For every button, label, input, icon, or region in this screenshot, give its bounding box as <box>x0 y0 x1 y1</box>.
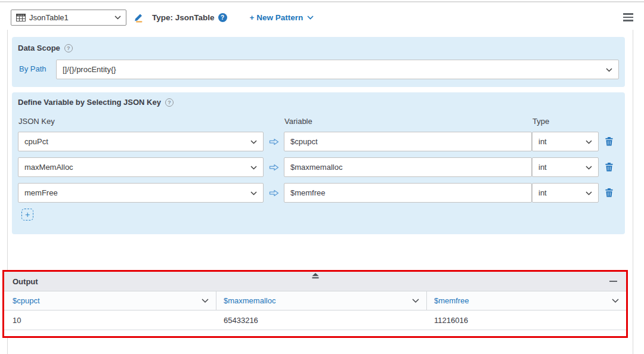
type-select[interactable]: int <box>532 183 599 203</box>
json-key-select[interactable]: memFree <box>18 183 264 203</box>
output-column-maxmemalloc[interactable]: $maxmemalloc <box>216 291 427 310</box>
variable-column-label: Variable <box>284 117 532 126</box>
json-key-value: maxMemAlloc <box>24 163 73 172</box>
json-key-value: memFree <box>24 188 58 197</box>
type-value: int <box>538 188 547 197</box>
type-value: int <box>538 137 547 146</box>
type-value: int <box>538 163 547 172</box>
chevron-down-icon <box>250 188 257 197</box>
output-table-header: $cpupct $maxmemalloc $memfree <box>4 291 626 310</box>
json-key-select[interactable]: maxMemAlloc <box>18 157 264 177</box>
chevron-down-icon <box>412 296 419 305</box>
data-scope-section: Data Scope ? By Path []/{}/procEntity{} <box>12 37 625 87</box>
output-column-label: $cpupct <box>13 296 40 305</box>
variable-column-labels: JSON Key Variable Type <box>18 117 619 126</box>
variable-row: maxMemAlloc int <box>18 157 619 177</box>
variable-row: cpuPct int <box>18 132 619 151</box>
define-variable-section: Define Variable by Selecting JSON Key ? … <box>12 92 625 234</box>
eject-icon <box>311 273 320 279</box>
variable-row: memFree int <box>18 183 619 203</box>
type-column-label: Type <box>532 117 599 126</box>
output-column-memfree[interactable]: $memfree <box>427 291 626 310</box>
by-path-value: []/{}/procEntity{} <box>63 65 116 74</box>
output-title: Output <box>13 277 38 286</box>
new-pattern-button[interactable]: + New Pattern <box>250 13 314 22</box>
by-path-label: By Path <box>19 64 47 73</box>
trash-icon <box>605 163 613 172</box>
json-key-value: cpuPct <box>24 137 48 146</box>
chevron-down-icon <box>307 15 314 20</box>
delete-row-button[interactable] <box>599 163 619 172</box>
type-help-icon[interactable]: ? <box>218 13 227 22</box>
output-column-label: $maxmemalloc <box>224 296 275 305</box>
variable-input[interactable] <box>284 183 532 203</box>
delete-row-button[interactable] <box>599 137 619 146</box>
minimize-panel-button[interactable] <box>609 277 618 285</box>
output-cell-cpupct: 10 <box>4 310 216 330</box>
delete-row-button[interactable] <box>599 188 619 197</box>
json-key-select[interactable]: cpuPct <box>18 132 264 151</box>
type-select[interactable]: int <box>532 132 599 151</box>
chevron-down-icon <box>586 188 592 197</box>
chevron-down-icon <box>606 65 612 74</box>
output-column-cpupct[interactable]: $cpupct <box>4 291 216 310</box>
menu-icon[interactable] <box>623 12 633 23</box>
pattern-select-value: JsonTable1 <box>29 13 111 22</box>
add-variable-button[interactable]: + <box>21 209 33 221</box>
pattern-select[interactable]: JsonTable1 <box>11 10 126 26</box>
output-cell-maxmemalloc: 65433216 <box>216 310 427 330</box>
map-arrow-icon <box>264 164 284 171</box>
json-table-icon <box>16 14 26 21</box>
data-scope-help-icon[interactable]: ? <box>64 44 73 52</box>
output-panel: Output $cpupct $maxmemalloc $memfree 10 … <box>4 272 626 336</box>
output-panel-header: Output <box>4 272 626 291</box>
chevron-down-icon <box>202 296 209 305</box>
pattern-toolbar: JsonTable1 Type: JsonTable ? + New Patte… <box>11 8 633 26</box>
new-pattern-label: + New Pattern <box>250 13 304 22</box>
map-arrow-icon <box>264 190 284 197</box>
chevron-down-icon <box>250 137 257 146</box>
trash-icon <box>605 137 613 146</box>
data-scope-title: Data Scope <box>18 44 60 52</box>
output-column-label: $memfree <box>434 296 469 305</box>
chevron-down-icon <box>586 137 592 146</box>
type-select[interactable]: int <box>532 157 599 177</box>
chevron-down-icon <box>114 15 121 20</box>
collapse-panel-button[interactable] <box>311 273 320 279</box>
chevron-down-icon <box>612 296 619 305</box>
pattern-type-label: Type: JsonTable <box>152 13 215 22</box>
variable-input[interactable] <box>284 132 532 151</box>
json-key-column-label: JSON Key <box>18 117 264 126</box>
output-data-row: 10 65433216 11216016 <box>4 310 626 330</box>
define-variable-help-icon[interactable]: ? <box>165 98 174 107</box>
chevron-down-icon <box>586 163 592 172</box>
map-arrow-icon <box>264 138 284 145</box>
chevron-down-icon <box>250 163 257 172</box>
minus-icon <box>609 281 617 282</box>
edit-pattern-icon[interactable] <box>134 13 144 23</box>
top-divider <box>0 1 644 2</box>
variable-input[interactable] <box>284 157 532 177</box>
output-cell-memfree: 11216016 <box>427 310 626 330</box>
define-variable-title: Define Variable by Selecting JSON Key <box>18 98 161 107</box>
trash-icon <box>605 188 613 197</box>
by-path-select[interactable]: []/{}/procEntity{} <box>56 60 619 79</box>
